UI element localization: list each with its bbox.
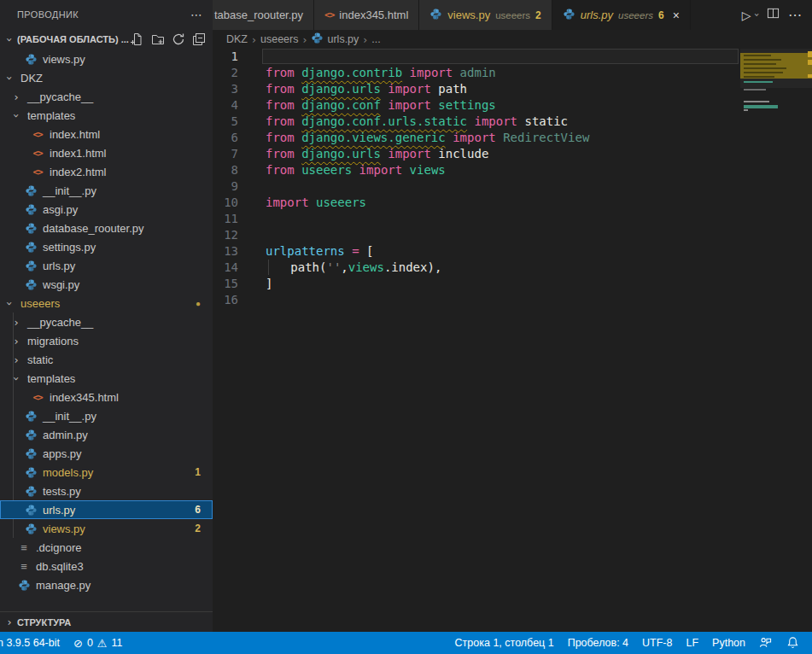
code-line-13[interactable]: 13urlpatterns = [ — [213, 243, 812, 260]
tab-urls-py[interactable]: urls.pyuseeers6× — [552, 0, 691, 30]
tree-item-settings-py[interactable]: settings.py — [0, 237, 213, 256]
line-number[interactable]: 5 — [213, 114, 255, 130]
tab-views-py[interactable]: views.pyuseeers2 — [419, 0, 552, 30]
new-folder-icon[interactable] — [151, 32, 165, 46]
code-line-7[interactable]: 7from django.urls import include — [213, 146, 812, 162]
tree-item--init-py[interactable]: __init__.py — [0, 181, 213, 200]
code-line-6[interactable]: 6from django.views.generic import Redire… — [213, 130, 812, 146]
tree-item-views-py[interactable]: views.py — [0, 50, 213, 68]
code-line-1[interactable]: 1 — [213, 49, 812, 65]
indent-guide — [13, 425, 14, 444]
tree-item-database-roouter-py[interactable]: database_roouter.py — [0, 219, 213, 237]
line-number[interactable]: 12 — [213, 227, 255, 243]
tab-index345-html[interactable]: <>index345.html — [314, 0, 419, 30]
tree-item--init-py[interactable]: __init__.py — [0, 406, 213, 425]
tree-item-tests-py[interactable]: tests.py — [0, 482, 213, 500]
python-icon — [24, 259, 38, 272]
line-number[interactable]: 11 — [213, 211, 255, 227]
line-number[interactable]: 1 — [213, 49, 255, 65]
outline-section-header[interactable]: › СТРУКТУРА — [0, 611, 213, 632]
code-text: from useeers import views — [266, 162, 446, 178]
breadcrumb-item-useeers[interactable]: useeers — [260, 33, 298, 45]
line-number[interactable]: 16 — [213, 292, 255, 308]
code-line-4[interactable]: 4from django.conf import settings — [213, 97, 812, 114]
line-number[interactable]: 15 — [213, 276, 255, 292]
indent-guide — [13, 444, 14, 463]
tree-item-index-html[interactable]: <>index.html — [0, 125, 213, 143]
run-button[interactable]: ▷ — [742, 9, 751, 22]
status-text: n 3.9.5 64-bit — [0, 637, 60, 649]
tree-item-templates[interactable]: ›templates — [0, 369, 213, 388]
status-problems[interactable]: ⊘0⚠11 — [73, 637, 123, 650]
tree-item-apps-py[interactable]: apps.py — [0, 444, 213, 463]
code-line-8[interactable]: 8from useeers import views — [213, 162, 812, 178]
tree-item-asgi-py[interactable]: asgi.py — [0, 200, 213, 219]
breadcrumb-item--[interactable]: ... — [371, 33, 380, 45]
code-editor[interactable]: 12from django.contrib import admin3from … — [213, 49, 812, 632]
code-line-5[interactable]: 5from django.conf.urls.static import sta… — [213, 114, 812, 130]
close-icon[interactable]: × — [673, 9, 680, 22]
line-number[interactable]: 4 — [213, 97, 255, 114]
tree-item-label: useeers — [20, 297, 60, 310]
code-line-16[interactable]: 16 — [213, 292, 812, 308]
tree-item-index345-html[interactable]: <>index345.html — [0, 388, 213, 406]
code-line-12[interactable]: 12 — [213, 227, 812, 243]
tree-item--pycache-[interactable]: ›__pycache__ — [0, 87, 213, 106]
split-editor-button[interactable] — [767, 7, 780, 23]
code-line-11[interactable]: 11 — [213, 211, 812, 227]
line-number[interactable]: 8 — [213, 162, 255, 178]
refresh-icon[interactable] — [172, 32, 185, 46]
tree-item--dcignore[interactable]: ≡.dcignore — [0, 538, 213, 557]
code-line-9[interactable]: 9 — [213, 178, 812, 195]
minimap[interactable] — [740, 49, 812, 330]
tree-item-templates[interactable]: ›templates — [0, 106, 213, 125]
line-number[interactable]: 7 — [213, 146, 255, 162]
error-icon: ⊘ — [73, 637, 83, 650]
tree-item--pycache-[interactable]: ›__pycache__ — [0, 312, 213, 331]
status-cursor-position[interactable]: Строка 1, столбец 1 — [455, 637, 554, 649]
workspace-section-header[interactable]: › (РАБОЧАЯ ОБЛАСТЬ) ... — [0, 29, 213, 50]
more-horizontal-icon[interactable]: ⋯ — [190, 8, 202, 21]
tree-item-index1-html[interactable]: <>index1.html — [0, 143, 213, 162]
tree-item-static[interactable]: ›static — [0, 350, 213, 369]
tree-item-useeers[interactable]: ›useeers● — [0, 294, 213, 312]
tree-item-DKZ[interactable]: ›DKZ — [0, 68, 213, 87]
run-dropdown-button[interactable]: › — [751, 13, 762, 16]
tree-item-views-py[interactable]: views.py2 — [0, 519, 213, 538]
code-line-15[interactable]: 15] — [213, 276, 812, 292]
tab-tabase-roouter-py[interactable]: tabase_roouter.py — [213, 0, 314, 30]
tree-item-wsgi-py[interactable]: wsgi.py — [0, 275, 213, 294]
line-number[interactable]: 6 — [213, 130, 255, 146]
breadcrumb-item-urls-py[interactable]: urls.py — [311, 32, 359, 47]
line-number[interactable]: 9 — [213, 178, 255, 195]
tree-item-migrations[interactable]: ›migrations — [0, 331, 213, 350]
tree-item-urls-py[interactable]: urls.py6 — [0, 500, 213, 519]
line-number[interactable]: 14 — [213, 260, 255, 276]
status-eol[interactable]: LF — [686, 637, 698, 649]
code-line-2[interactable]: 2from django.contrib import admin — [213, 65, 812, 81]
line-number[interactable]: 2 — [213, 65, 255, 81]
bell-icon — [786, 636, 800, 650]
tree-item-admin-py[interactable]: admin.py — [0, 425, 213, 444]
tree-item-models-py[interactable]: models.py1 — [0, 463, 213, 482]
status-notifications[interactable] — [786, 636, 800, 650]
status-language-mode[interactable]: Python — [712, 637, 745, 649]
code-line-3[interactable]: 3from django.urls import path — [213, 81, 812, 97]
status-encoding[interactable]: UTF-8 — [642, 637, 672, 649]
tree-item-db-sqlite3[interactable]: ≡db.sqlite3 — [0, 557, 213, 575]
code-line-14[interactable]: 14 path('',views.index), — [213, 260, 812, 276]
tree-item-urls-py[interactable]: urls.py — [0, 256, 213, 275]
tree-item-manage-py[interactable]: manage.py — [0, 575, 213, 594]
collapse-all-icon[interactable] — [192, 32, 206, 46]
editor-more-button[interactable]: ⋯ — [788, 7, 802, 23]
line-number[interactable]: 10 — [213, 195, 255, 211]
status-indentation[interactable]: Пробелов: 4 — [568, 637, 628, 649]
status-python-version[interactable]: n 3.9.5 64-bit — [0, 637, 60, 649]
line-number[interactable]: 3 — [213, 81, 255, 97]
new-file-icon[interactable] — [131, 32, 144, 46]
line-number[interactable]: 13 — [213, 243, 255, 260]
tree-item-index2-html[interactable]: <>index2.html — [0, 162, 213, 181]
code-line-10[interactable]: 10import useeers — [213, 195, 812, 211]
status-feedback[interactable] — [759, 636, 773, 650]
breadcrumb-item-DKZ[interactable]: DKZ — [226, 33, 248, 45]
